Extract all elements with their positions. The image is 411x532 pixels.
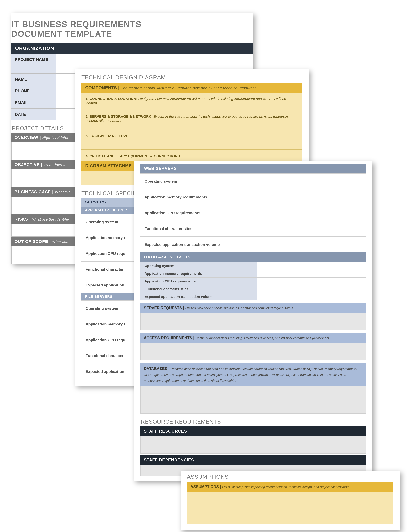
ws-row-mem: Application memory requirements	[140, 189, 366, 205]
business-case-hint: What is t	[55, 190, 70, 194]
server-requests-label: SERVER REQUESTS |	[144, 306, 184, 310]
label-phone: PHONE	[11, 85, 56, 97]
area-staff-resources[interactable]	[140, 436, 366, 454]
resource-req-header: RESOURCE REQUIREMENTS	[134, 414, 372, 427]
db-row-func: Functional characteristics	[140, 285, 366, 293]
doc-title: IT BUSINESS REQUIREMENTS DOCUMENT TEMPLA…	[11, 13, 253, 43]
area-assumptions[interactable]	[187, 492, 393, 524]
db-value-os[interactable]	[257, 262, 366, 270]
tdd-item4-label: 4. CRITICAL ANCILLARY EQUIPMENT & CONNEC…	[86, 154, 180, 158]
ws-value-func[interactable]	[257, 221, 366, 237]
page-3: WEB SERVERS Operating system Application…	[134, 161, 372, 481]
tdd-item-2: 2. SERVERS & STORAGE & NETWORK: Except i…	[81, 111, 302, 130]
label-project-name: PROJECT NAME	[11, 54, 56, 73]
tdd-item1-label: 1. CONNECTION & LOCATION:	[86, 97, 137, 101]
title-line-2: DOCUMENT TEMPLATE	[11, 29, 253, 39]
bar-databases: DATABASES | Describe each database requi…	[140, 363, 366, 386]
ws-row-cpu: Application CPU requirements	[140, 205, 366, 221]
overview-hint: High-level infor	[42, 136, 68, 140]
assumptions-label: ASSUMPTIONS |	[190, 484, 221, 489]
server-requests-hint: List required server needs, file names, …	[185, 306, 294, 310]
objective-hint: What does the	[44, 163, 69, 167]
db-value-cpu[interactable]	[257, 278, 366, 285]
db-label-vol: Expected application transaction volume	[140, 293, 257, 301]
objective-label: OBJECTIVE |	[15, 162, 42, 167]
db-label-mem: Application memory requirements	[140, 270, 257, 277]
overview-label: OVERVIEW |	[15, 135, 41, 140]
ws-row-os: Operating system	[140, 173, 366, 189]
area-databases[interactable]	[140, 386, 366, 414]
tdd-item-3: 3. LOGICAL DATA FLOW	[81, 130, 302, 149]
ws-value-cpu[interactable]	[257, 205, 366, 221]
ws-row-vol: Expected application transaction volume	[140, 237, 366, 252]
bar-staff-deps: STAFF DEPENDENCIES	[140, 455, 366, 465]
tdd-item3-label: 3. LOGICAL DATA FLOW	[86, 134, 127, 138]
db-value-func[interactable]	[257, 285, 366, 293]
tdd-item-1: 1. CONNECTION & LOCATION: Designate how …	[81, 93, 302, 111]
access-req-label: ACCESS REQUIREMENTS |	[144, 336, 194, 340]
db-value-mem[interactable]	[257, 270, 366, 277]
db-label-cpu: Application CPU requirements	[140, 278, 257, 285]
label-email: EMAIL	[11, 97, 56, 108]
risks-label: RISKS |	[15, 217, 31, 221]
bar-staff-resources: STAFF RESOURCES	[140, 427, 366, 436]
label-date: DATE	[11, 109, 56, 120]
diagram-attach-label: DIAGRAM ATTACHME	[85, 163, 132, 168]
tdd-header: TECHNICAL DESIGN DIAGRAM	[75, 74, 309, 83]
bar-db-servers: DATABASE SERVERS	[140, 252, 366, 262]
bar-components: COMPONENTS | The diagram should illustra…	[81, 83, 302, 93]
area-server-requests[interactable]	[140, 313, 366, 331]
ws-label-mem: Application memory requirements	[140, 190, 257, 205]
ws-label-vol: Expected application transaction volume	[140, 237, 257, 252]
assumptions-hint: List all assumptions impacting documenta…	[222, 485, 350, 489]
ws-value-os[interactable]	[257, 174, 366, 189]
db-row-os: Operating system	[140, 262, 366, 270]
assumptions-header: ASSUMPTIONS	[180, 474, 400, 482]
organization-header: ORGANIZATION	[11, 43, 253, 54]
db-row-cpu: Application CPU requirements	[140, 277, 366, 285]
databases-label: DATABASES |	[144, 366, 169, 371]
bar-web-servers: WEB SERVERS	[140, 164, 366, 173]
tdd-item2-label: 2. SERVERS & STORAGE & NETWORK:	[86, 114, 152, 118]
page-4: ASSUMPTIONS ASSUMPTIONS | List all assum…	[180, 471, 400, 530]
ws-label-func: Functional characteristics	[140, 221, 257, 237]
label-name: NAME	[11, 74, 56, 85]
oos-label: OUT OF SCOPE |	[15, 239, 51, 244]
oos-hint: What acti	[52, 240, 68, 244]
bar-assumptions: ASSUMPTIONS | List all assumptions impac…	[187, 482, 393, 492]
components-label: COMPONENTS |	[85, 85, 120, 90]
area-access-req[interactable]	[140, 343, 366, 361]
ws-value-mem[interactable]	[257, 190, 366, 205]
ws-row-func: Functional characteristics	[140, 221, 366, 237]
databases-hint: Describe each database required and its …	[144, 367, 357, 382]
ws-value-vol[interactable]	[257, 237, 366, 252]
bar-access-req: ACCESS REQUIREMENTS | Define number of u…	[140, 333, 366, 343]
db-row-vol: Expected application transaction volume	[140, 293, 366, 301]
bar-server-requests: SERVER REQUESTS | List required server n…	[140, 303, 366, 313]
business-case-label: BUSINESS CASE |	[15, 190, 54, 194]
tdd-item-4: 4. CRITICAL ANCILLARY EQUIPMENT & CONNEC…	[81, 149, 302, 161]
components-hint: The diagram should illustrate all requir…	[121, 86, 259, 90]
db-label-func: Functional characteristics	[140, 285, 257, 293]
title-line-1: IT BUSINESS REQUIREMENTS	[11, 19, 253, 29]
access-req-hint: Define number of users requiring simulta…	[195, 336, 330, 340]
ws-label-cpu: Application CPU requirements	[140, 205, 257, 221]
db-label-os: Operating system	[140, 262, 257, 270]
db-value-vol[interactable]	[257, 293, 366, 301]
risks-hint: What are the identifie	[32, 217, 69, 221]
db-row-mem: Application memory requirements	[140, 270, 366, 277]
ws-label-os: Operating system	[140, 174, 257, 189]
